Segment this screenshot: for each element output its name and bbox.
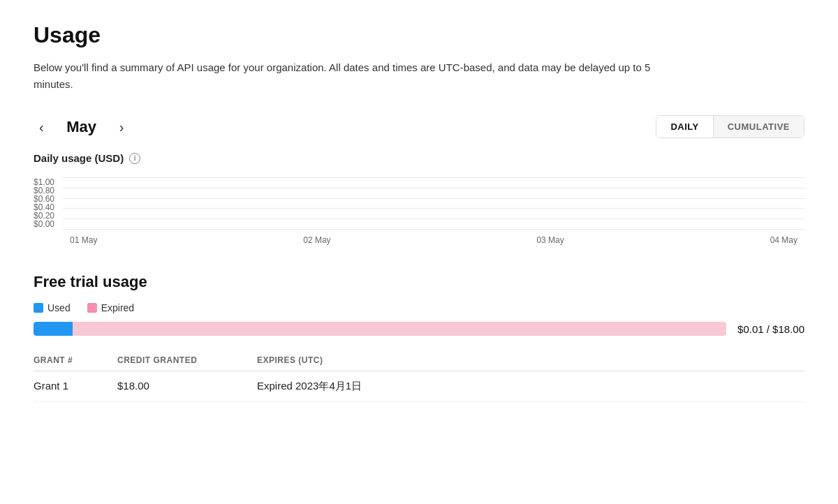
controls-row: ‹ May › DAILY CUMULATIVE <box>34 115 804 138</box>
row-credit-granted: $18.00 <box>117 380 257 393</box>
y-label-0: $0.00 <box>34 220 54 228</box>
free-trial-section: Free trial usage Used Expired $0.01 / $1… <box>34 273 804 402</box>
free-trial-title: Free trial usage <box>34 273 804 291</box>
legend: Used Expired <box>34 302 804 313</box>
legend-expired: Expired <box>87 302 134 313</box>
y-axis: $0.00 $0.20 $0.40 $0.60 $0.80 $1.00 <box>34 178 63 245</box>
col-expires: EXPIRES (UTC) <box>257 355 804 365</box>
x-label-2: 02 May <box>303 235 330 245</box>
month-nav: ‹ May › <box>34 117 129 137</box>
x-axis: 01 May 02 May 03 May 04 May <box>63 230 804 245</box>
grid-line-0 <box>63 229 804 230</box>
chart-title: Daily usage (USD) i <box>34 152 804 164</box>
grid-lines <box>63 178 804 230</box>
legend-used: Used <box>34 302 71 313</box>
info-icon[interactable]: i <box>129 153 140 164</box>
grid-line-2 <box>63 208 804 209</box>
prev-month-button[interactable]: ‹ <box>34 117 50 137</box>
grid-line-4 <box>63 188 804 188</box>
col-credit: CREDIT GRANTED <box>117 355 257 365</box>
grid-line-3 <box>63 198 804 199</box>
view-toggle-group: DAILY CUMULATIVE <box>656 115 804 138</box>
progress-row: $0.01 / $18.00 <box>34 322 804 336</box>
grants-table: GRANT # CREDIT GRANTED EXPIRES (UTC) Gra… <box>34 350 804 402</box>
chart-container: $0.00 $0.20 $0.40 $0.60 $0.80 $1.00 01 M… <box>34 178 804 245</box>
chart-area: 01 May 02 May 03 May 04 May <box>63 178 804 245</box>
progress-value: $0.01 / $18.00 <box>737 323 804 335</box>
x-label-1: 01 May <box>70 235 97 245</box>
current-month-label: May <box>61 118 103 136</box>
x-label-3: 03 May <box>536 235 564 245</box>
used-label: Used <box>47 302 71 313</box>
row-expires: Expired 2023年4月1日 <box>257 380 804 393</box>
page-title: Usage <box>34 22 804 48</box>
expired-dot <box>87 303 97 313</box>
x-label-4: 04 May <box>770 235 797 245</box>
progress-bar-used <box>34 322 73 336</box>
chart-section: Daily usage (USD) i $0.00 $0.20 $0.40 $0… <box>34 152 804 245</box>
grid-line-5 <box>63 177 804 178</box>
page-description: Below you'll find a summary of API usage… <box>34 59 662 93</box>
table-row: Grant 1 $18.00 Expired 2023年4月1日 <box>34 371 804 402</box>
grid-line-1 <box>63 218 804 219</box>
table-header: GRANT # CREDIT GRANTED EXPIRES (UTC) <box>34 350 804 371</box>
used-dot <box>34 303 43 313</box>
row-grant-number: Grant 1 <box>34 380 117 393</box>
progress-bar-container <box>34 322 726 336</box>
next-month-button[interactable]: › <box>114 117 130 137</box>
cumulative-toggle-button[interactable]: CUMULATIVE <box>714 116 804 138</box>
col-grant: GRANT # <box>34 355 117 365</box>
daily-toggle-button[interactable]: DAILY <box>656 116 713 138</box>
chart-title-text: Daily usage (USD) <box>34 152 124 164</box>
expired-label: Expired <box>101 302 134 313</box>
